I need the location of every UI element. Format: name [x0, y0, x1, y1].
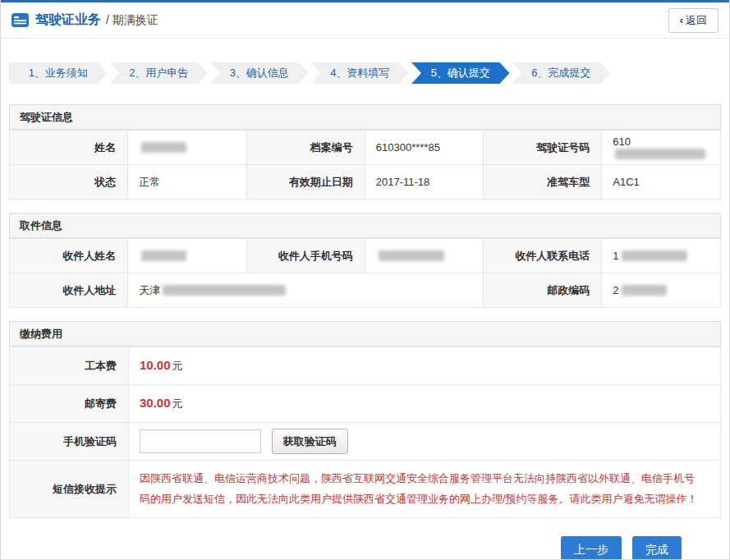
license-info-title: 驾驶证信息	[9, 104, 721, 130]
table-row: 手机验证码 获取验证码	[10, 423, 721, 461]
step-3-confirm-info[interactable]: 3、确认信息	[210, 62, 309, 84]
page-title: 驾驶证业务	[35, 11, 101, 29]
pickup-info-table: 收件人姓名 收件人手机号码 收件人联系电话 1 收件人地址 天津 邮政编码 2	[9, 238, 721, 308]
get-code-button[interactable]: 获取验证码	[272, 429, 348, 454]
step-nav: 1、业务须知 2、用户申告 3、确认信息 4、资料填写 5、确认提交 6、完成提…	[9, 62, 613, 84]
vehicle-type-value: A1C1	[602, 165, 721, 200]
page-subtitle: / 期满换证	[106, 13, 158, 28]
recipient-mobile-label: 收件人手机号码	[246, 239, 365, 273]
license-business-icon	[11, 13, 29, 27]
sms-notice-text: 因陕西省联通、电信运营商技术问题，陕西省互联网交通安全综合服务管理平台无法向持陕…	[140, 469, 704, 509]
table-row: 状态 正常 有效期止日期 2017-11-18 准驾车型 A1C1	[10, 165, 721, 200]
address-prefix: 天津	[139, 284, 160, 296]
redacted-value	[379, 250, 444, 261]
table-row: 收件人姓名 收件人手机号码 收件人联系电话 1	[10, 239, 721, 273]
step-2-user-declaration[interactable]: 2、用户申告	[110, 62, 209, 84]
name-value	[128, 131, 246, 165]
license-info-table: 姓名 档案编号 610300****85 驾驶证号码 610 状态 正常 有效期…	[9, 130, 721, 200]
table-row: 短信接收提示 因陕西省联通、电信运营商技术问题，陕西省互联网交通安全综合服务管理…	[10, 461, 721, 518]
page: 驾驶证业务 / 期满换证 ‹返回 1、业务须知 2、用户申告 3、确认信息 4、…	[0, 0, 730, 560]
redacted-value	[141, 142, 186, 153]
page-header: 驾驶证业务 / 期满换证 ‹返回	[1, 2, 729, 39]
status-value: 正常	[128, 165, 246, 200]
redacted-value	[615, 149, 705, 159]
expiry-label: 有效期止日期	[246, 165, 365, 200]
fees-section: 缴纳费用 工本费 10.00元 邮寄费 30.00元 手机验证码 获取验证码 短…	[9, 321, 721, 518]
fees-title: 缴纳费用	[9, 321, 721, 347]
table-row: 工本费 10.00元	[10, 347, 721, 385]
production-fee-unit: 元	[172, 360, 183, 372]
table-row: 收件人地址 天津 邮政编码 2	[10, 273, 721, 308]
mailing-fee-unit: 元	[172, 397, 183, 410]
production-fee-value: 10.00元	[129, 347, 721, 385]
recipient-phone-prefix: 1	[613, 250, 618, 262]
redacted-value	[141, 250, 186, 261]
sms-code-input[interactable]	[140, 429, 261, 453]
sms-notice-cell: 因陕西省联通、电信运营商技术问题，陕西省互联网交通安全综合服务管理平台无法向持陕…	[129, 461, 721, 518]
file-number-label: 档案编号	[246, 131, 365, 165]
step-4-fill-info[interactable]: 4、资料填写	[311, 62, 410, 84]
pickup-info-title: 取件信息	[9, 213, 721, 238]
bottom-actions: 上一步 完成	[9, 536, 682, 560]
redacted-value	[622, 285, 667, 296]
postcode-value: 2	[602, 273, 721, 308]
back-button[interactable]: ‹返回	[668, 8, 719, 33]
recipient-phone-value: 1	[602, 239, 721, 273]
license-number-prefix: 610	[613, 135, 631, 148]
postcode-label: 邮政编码	[484, 273, 602, 308]
sms-notice-label: 短信接收提示	[10, 461, 129, 518]
back-button-label: 返回	[686, 14, 707, 26]
mailing-fee-label: 邮寄费	[10, 385, 129, 423]
fees-table: 工本费 10.00元 邮寄费 30.00元 手机验证码 获取验证码 短信接收提示…	[9, 347, 721, 518]
mailing-fee-value: 30.00元	[129, 385, 721, 423]
production-fee-amount: 10.00	[140, 358, 171, 372]
license-info-section: 驾驶证信息 姓名 档案编号 610300****85 驾驶证号码 610 状态 …	[9, 104, 721, 200]
pickup-info-section: 取件信息 收件人姓名 收件人手机号码 收件人联系电话 1 收件人地址 天津 邮政…	[9, 213, 721, 308]
file-number-value: 610300****85	[365, 131, 483, 165]
previous-step-button[interactable]: 上一步	[561, 536, 622, 560]
mailing-fee-amount: 30.00	[140, 396, 171, 410]
table-row: 姓名 档案编号 610300****85 驾驶证号码 610	[10, 131, 721, 165]
step-5-confirm-submit[interactable]: 5、确认提交	[411, 62, 510, 84]
recipient-mobile-value	[365, 239, 483, 273]
vehicle-type-label: 准驾车型	[484, 165, 602, 200]
name-label: 姓名	[10, 131, 128, 165]
recipient-name-label: 收件人姓名	[10, 239, 128, 273]
redacted-value	[622, 250, 687, 261]
step-6-complete-submit[interactable]: 6、完成提交	[512, 62, 611, 84]
license-number-label: 驾驶证号码	[484, 131, 602, 165]
table-row: 邮寄费 30.00元	[10, 385, 721, 423]
sms-code-label: 手机验证码	[10, 423, 129, 461]
expiry-value: 2017-11-18	[365, 165, 483, 200]
sms-code-cell: 获取验证码	[129, 423, 721, 461]
production-fee-label: 工本费	[10, 347, 129, 385]
redacted-value	[163, 285, 286, 296]
chevron-left-icon: ‹	[680, 14, 683, 26]
finish-button[interactable]: 完成	[632, 536, 682, 560]
step-1-business-notice[interactable]: 1、业务须知	[9, 62, 108, 84]
recipient-phone-label: 收件人联系电话	[484, 239, 602, 273]
recipient-name-value	[128, 239, 246, 273]
postcode-prefix: 2	[613, 284, 618, 296]
license-number-value: 610	[602, 131, 721, 165]
address-value: 天津	[128, 273, 484, 308]
status-label: 状态	[10, 165, 128, 200]
address-label: 收件人地址	[10, 273, 128, 308]
